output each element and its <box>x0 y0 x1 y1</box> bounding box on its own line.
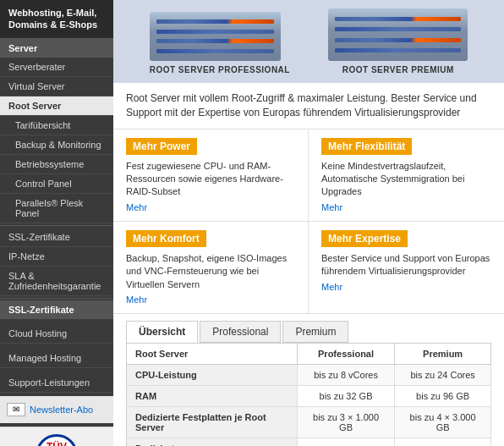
sidebar-item-virtual-server[interactable]: Virtual Server <box>0 77 113 96</box>
tabs-section: Übersicht Professional Premium <box>113 314 504 343</box>
sidebar-section-server: Server <box>0 39 113 58</box>
row-ram-premium: bis zu 96 GB <box>395 385 491 406</box>
sidebar-item-ip-netze[interactable]: IP-Netze <box>0 247 113 267</box>
row-ram-professional: bis zu 32 GB <box>297 385 394 406</box>
feature-text-expertise: Bester Service und Support von Europas f… <box>321 252 491 278</box>
server-professional-item: ROOT SERVER PROFESSIONAL <box>150 12 290 74</box>
sidebar-item-ssl-zertifikate[interactable]: SSL-Zertifikate <box>0 228 113 247</box>
sidebar-item-backup-monitoring[interactable]: Backup & Monitoring <box>0 135 113 155</box>
col-header-premium: Premium <box>395 343 491 364</box>
feature-title-expertise: Mehr Expertise <box>321 230 408 247</box>
tab-ubersicht[interactable]: Übersicht <box>126 321 198 343</box>
feature-more-power[interactable]: Mehr <box>126 202 295 212</box>
row-hdd-professional: bis zu 3 × 1.000 GB <box>297 406 394 438</box>
server-premium-image <box>328 8 468 61</box>
feature-more-flexibilitaet[interactable]: Mehr <box>321 202 491 212</box>
sidebar-item-plesk[interactable]: Parallels® Plesk Panel <box>0 194 113 223</box>
row-label-ram: RAM <box>127 385 298 406</box>
rack-line-p1 <box>335 17 461 21</box>
tab-premium[interactable]: Premium <box>282 321 348 343</box>
server-professional-label: ROOT SERVER PROFESSIONAL <box>150 65 290 74</box>
sidebar: Webhosting, E-Mail, Domains & E-Shops Se… <box>0 0 113 446</box>
tabs-container: Übersicht Professional Premium <box>126 321 491 343</box>
servers-header: ROOT SERVER PROFESSIONAL ROOT SERVER PRE… <box>113 0 504 83</box>
row-label-hdd: Dedizierte Festplatten je Root Server <box>127 406 298 438</box>
tab-professional[interactable]: Professional <box>200 321 281 343</box>
features-grid: Mehr Power Fest zugewiesene CPU- und RAM… <box>113 129 504 314</box>
rack-line-1 <box>156 19 274 24</box>
row-cpu-premium: bis zu 24 Cores <box>395 364 491 385</box>
row-dediziertes-professional <box>297 438 394 446</box>
sidebar-item-managed-hosting[interactable]: Managed Hosting <box>0 349 113 368</box>
sidebar-item-tarifubersicht[interactable]: Tarifübersicht <box>0 116 113 135</box>
sidebar-item-sla[interactable]: SLA & Zufriedenheitsgarantie <box>0 267 113 296</box>
newsletter-link[interactable]: Newsletter-Abo <box>30 405 93 415</box>
server-professional-image <box>150 12 281 61</box>
feature-box-power: Mehr Power Fest zugewiesene CPU- und RAM… <box>113 129 309 222</box>
row-cpu-professional: bis zu 8 vCores <box>297 364 394 385</box>
server-premium-item: ROOT SERVER PREMIUM <box>328 8 468 74</box>
server-premium-label: ROOT SERVER PREMIUM <box>328 65 468 74</box>
feature-text-flexibilitaet: Keine Mindestvertragslaufzeit, Automatis… <box>321 160 491 199</box>
table-row: Dediziertes <box>127 438 491 446</box>
feature-text-komfort: Backup, Snapshot, eigene ISO-Images und … <box>126 252 295 291</box>
feature-box-komfort: Mehr Komfort Backup, Snapshot, eigene IS… <box>113 222 309 314</box>
row-label-cpu: CPU-Leistung <box>127 364 298 385</box>
feature-text-power: Fest zugewiesene CPU- und RAM-Ressourcen… <box>126 160 295 199</box>
email-icon: ✉ <box>7 403 25 416</box>
sidebar-ssl-section: SSL-Zertifikate <box>0 300 113 319</box>
feature-box-expertise: Mehr Expertise Bester Service und Suppor… <box>309 222 504 314</box>
comparison-table: Root Server Professional Premium CPU-Lei… <box>126 343 491 446</box>
main-description: Root Server mit vollem Root-Zugriff & ma… <box>113 83 504 129</box>
feature-title-power: Mehr Power <box>126 138 197 155</box>
sidebar-header: Webhosting, E-Mail, Domains & E-Shops <box>0 0 113 39</box>
sidebar-item-control-panel[interactable]: Control Panel <box>0 174 113 194</box>
main-content: ROOT SERVER PROFESSIONAL ROOT SERVER PRE… <box>113 0 504 446</box>
table-row: Dedizierte Festplatten je Root Server bi… <box>127 406 491 438</box>
sidebar-divider-2 <box>0 298 113 299</box>
row-dediziertes-premium <box>395 438 491 446</box>
rack-line-p2 <box>335 27 461 31</box>
feature-box-flexibilitaet: Mehr Flexibilität Keine Mindestvertragsl… <box>309 129 504 222</box>
col-header-server: Root Server <box>127 343 298 364</box>
row-hdd-premium: bis zu 4 × 3.000 GB <box>395 406 491 438</box>
tuev-badge: TÜV SÜD ISO 27001 <box>0 427 113 446</box>
tuev-name: TÜV <box>47 441 67 446</box>
tuev-circle: TÜV SÜD ISO 27001 <box>36 434 78 446</box>
feature-more-expertise[interactable]: Mehr <box>321 282 491 292</box>
sidebar-item-betriebssysteme[interactable]: Betriebssysteme <box>0 155 113 174</box>
rack-line-p4 <box>335 48 461 52</box>
rack-line-4 <box>156 49 274 53</box>
col-header-professional: Professional <box>297 343 394 364</box>
sidebar-item-cloud-hosting[interactable]: Cloud Hosting <box>0 324 113 344</box>
rack-line-2 <box>156 30 274 34</box>
sidebar-item-support[interactable]: Support-Leistungen <box>0 373 113 393</box>
rack-line-3 <box>156 39 274 43</box>
sidebar-item-serverberater[interactable]: Serverberater <box>0 58 113 77</box>
newsletter-area: ✉ Newsletter-Abo <box>0 396 113 423</box>
rack-line-p3 <box>335 38 461 42</box>
feature-title-flexibilitaet: Mehr Flexibilität <box>321 138 412 155</box>
feature-more-komfort[interactable]: Mehr <box>126 295 295 305</box>
table-row: CPU-Leistung bis zu 8 vCores bis zu 24 C… <box>127 364 491 385</box>
sidebar-item-root-server[interactable]: Root Server <box>0 96 113 116</box>
feature-title-komfort: Mehr Komfort <box>126 230 206 247</box>
page-layout: Webhosting, E-Mail, Domains & E-Shops Se… <box>0 0 504 446</box>
sidebar-divider-1 <box>0 225 113 226</box>
table-header-row: Root Server Professional Premium <box>127 343 491 364</box>
row-label-dediziertes: Dediziertes <box>127 438 298 446</box>
table-row: RAM bis zu 32 GB bis zu 96 GB <box>127 385 491 406</box>
